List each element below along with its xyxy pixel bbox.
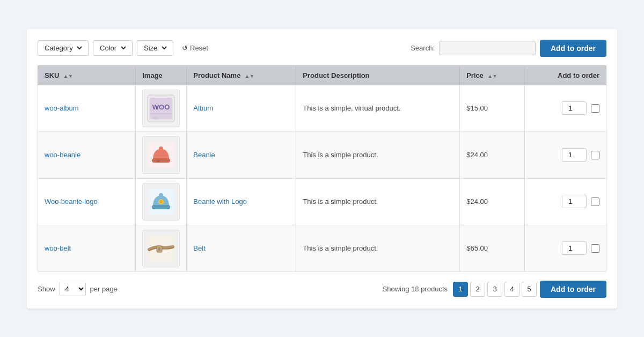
description-cell: This is a simple, virtual product. <box>296 85 460 131</box>
col-header-description: Product Description <box>296 65 460 85</box>
price-cell: $24.00 <box>460 178 525 225</box>
sku-link[interactable]: Woo-beanie-logo <box>45 197 98 206</box>
quantity-input[interactable] <box>562 148 587 162</box>
category-filter[interactable]: Category <box>38 40 89 56</box>
svg-rect-10 <box>152 205 170 209</box>
image-cell <box>136 178 187 225</box>
description-text: This is a simple product. <box>303 197 378 206</box>
sku-sort-icon: ▲▼ <box>63 74 73 79</box>
page-buttons: 12345 <box>453 282 537 297</box>
category-select[interactable]: Category <box>42 43 84 53</box>
col-header-image: Image <box>136 65 187 85</box>
pagination-area: Showing 18 products 12345 Add to order <box>383 281 606 298</box>
description-text: This is a simple, virtual product. <box>303 104 400 112</box>
sku-cell: woo-beanie <box>38 131 136 178</box>
table-row: woo-album WOO Album This is a simple, vi… <box>38 85 606 131</box>
description-cell: This is a simple product. <box>296 131 460 178</box>
reset-label: Reset <box>190 44 208 52</box>
size-select[interactable]: Size <box>142 43 169 53</box>
price-sort-icon: ▲▼ <box>488 74 497 79</box>
quantity-input[interactable] <box>562 195 587 208</box>
description-text: This is a simple product. <box>303 151 378 159</box>
product-name-cell: Belt <box>187 225 296 272</box>
reset-icon: ↺ <box>182 44 188 52</box>
product-name-link[interactable]: Album <box>193 104 213 112</box>
sku-link[interactable]: woo-belt <box>45 244 71 252</box>
table-header: SKU ▲▼ Image Product Name ▲▼ Product Des… <box>38 65 606 85</box>
product-table: SKU ▲▼ Image Product Name ▲▼ Product Des… <box>38 65 606 272</box>
add-checkbox[interactable] <box>591 104 599 113</box>
page-button-2[interactable]: 2 <box>470 282 485 297</box>
product-name-cell: Beanie with Logo <box>187 178 296 225</box>
add-checkbox[interactable] <box>591 244 599 253</box>
page-button-5[interactable]: 5 <box>522 282 537 297</box>
sku-link[interactable]: woo-beanie <box>45 151 80 159</box>
size-filter[interactable]: Size <box>137 40 173 56</box>
search-input[interactable] <box>439 41 536 55</box>
product-name-cell: Album <box>187 85 296 131</box>
price-cell: $15.00 <box>460 85 525 131</box>
add-to-order-button-bottom[interactable]: Add to order <box>540 281 606 298</box>
page-button-3[interactable]: 3 <box>487 282 502 297</box>
price-cell: $24.00 <box>460 131 525 178</box>
quantity-input[interactable] <box>562 101 587 115</box>
color-select[interactable]: Color <box>98 43 128 53</box>
color-filter[interactable]: Color <box>93 40 133 56</box>
page-button-1[interactable]: 1 <box>453 282 468 297</box>
main-container: Category Color Size ↺ Reset Search: Add … <box>27 29 617 309</box>
add-cell <box>531 101 599 115</box>
col-header-price[interactable]: Price ▲▼ <box>460 65 525 85</box>
col-header-product-name[interactable]: Product Name ▲▼ <box>187 65 296 85</box>
add-cell <box>531 195 599 208</box>
per-page-select[interactable]: 481632 <box>60 282 86 296</box>
product-image <box>142 136 180 174</box>
show-label: Show <box>38 285 55 293</box>
table-row: woo-beanie Beanie This is a simple produ… <box>38 131 606 178</box>
product-name-link[interactable]: Beanie with Logo <box>193 197 247 206</box>
price-text: $24.00 <box>466 151 488 159</box>
price-cell: $65.00 <box>460 225 525 272</box>
product-name-link[interactable]: Beanie <box>193 151 215 159</box>
search-label: Search: <box>411 44 435 52</box>
svg-point-11 <box>159 193 163 197</box>
add-to-order-cell <box>525 225 606 272</box>
showing-text: Showing 18 products <box>383 285 448 293</box>
add-to-order-button-top[interactable]: Add to order <box>540 40 606 57</box>
toolbar: Category Color Size ↺ Reset Search: Add … <box>38 40 606 57</box>
description-cell: This is a simple product. <box>296 225 460 272</box>
footer: Show 481632 per page Showing 18 products… <box>38 281 606 298</box>
reset-button[interactable]: ↺ Reset <box>178 41 213 55</box>
table-row: Woo-beanie-logo Beanie with Logo This is… <box>38 178 606 225</box>
svg-rect-6 <box>152 158 170 163</box>
description-text: This is a simple product. <box>303 244 378 252</box>
add-checkbox[interactable] <box>591 151 599 159</box>
price-text: $65.00 <box>466 244 488 252</box>
product-name-sort-icon: ▲▼ <box>245 74 254 79</box>
table-body: woo-album WOO Album This is a simple, vi… <box>38 85 606 272</box>
svg-text:WOO: WOO <box>152 103 170 111</box>
svg-point-13 <box>159 200 163 203</box>
page-button-4[interactable]: 4 <box>504 282 519 297</box>
product-image: WOO <box>142 90 180 127</box>
price-text: $24.00 <box>466 197 488 206</box>
product-image <box>142 183 180 221</box>
product-name-cell: Beanie <box>187 131 296 178</box>
add-to-order-cell <box>525 131 606 178</box>
svg-point-4 <box>152 116 159 120</box>
product-image <box>142 230 180 267</box>
add-to-order-cell <box>525 178 606 225</box>
svg-rect-16 <box>158 247 160 251</box>
sku-link[interactable]: woo-album <box>45 104 79 112</box>
price-text: $15.00 <box>466 104 488 112</box>
search-area: Search: Add to order <box>411 40 606 57</box>
image-cell <box>136 225 187 272</box>
add-checkbox[interactable] <box>591 197 599 206</box>
product-name-link[interactable]: Belt <box>193 244 205 252</box>
add-cell <box>531 148 599 162</box>
svg-rect-8 <box>157 160 160 162</box>
quantity-input[interactable] <box>562 241 587 255</box>
col-header-sku[interactable]: SKU ▲▼ <box>38 65 136 85</box>
per-page-label: per page <box>90 285 118 293</box>
image-cell: WOO <box>136 85 187 131</box>
sku-cell: woo-belt <box>38 225 136 272</box>
